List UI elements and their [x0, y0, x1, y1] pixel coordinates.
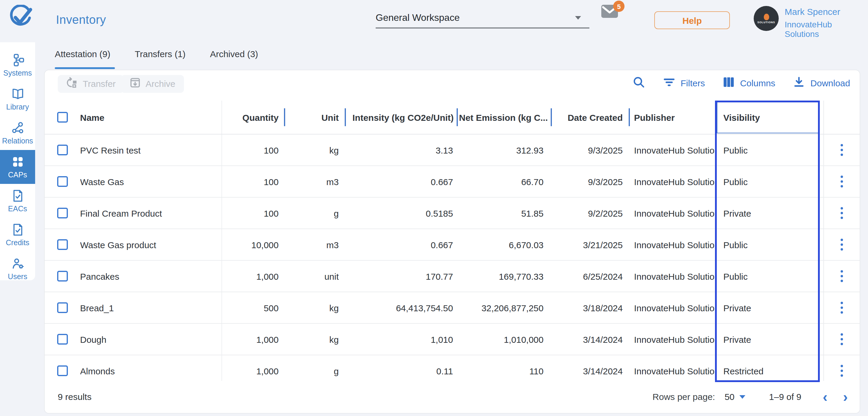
download-button-label: Download: [811, 78, 850, 88]
sidebar-item-credits[interactable]: Credits: [0, 218, 35, 252]
columns-button[interactable]: Columns: [723, 77, 775, 89]
cell-quantity: 1,000: [222, 261, 285, 292]
rows-per-page-select[interactable]: 50: [724, 392, 745, 402]
column-header-date-created[interactable]: Date Created: [552, 101, 630, 134]
cell-unit: m3: [285, 229, 346, 260]
cell-date-created: 9/3/2025: [552, 134, 630, 165]
cell-name: Waste Gas: [80, 166, 222, 197]
column-header-intensity[interactable]: Intensity (kg CO2e/Unit): [346, 101, 458, 134]
row-checkbox[interactable]: [57, 365, 68, 376]
row-checkbox[interactable]: [57, 145, 68, 155]
table-row[interactable]: Final Cream Product 100 g 0.5185 51.85 9…: [44, 198, 860, 229]
cell-intensity: 1,010: [346, 324, 458, 355]
row-checkbox[interactable]: [57, 239, 68, 250]
row-checkbox[interactable]: [57, 176, 68, 187]
column-header-quantity[interactable]: Quantity: [222, 101, 285, 134]
previous-page-button[interactable]: ‹: [819, 391, 831, 403]
tab-attestation[interactable]: Attestation (9): [55, 47, 111, 60]
cell-unit: kg: [285, 292, 346, 323]
sidebar-item-caps[interactable]: CAPs: [0, 150, 35, 184]
sidebar-item-label: Library: [6, 103, 29, 111]
table-row[interactable]: Bread_1 500 kg 64,413,754.50 32,206,877,…: [44, 292, 860, 324]
transfer-button-label: Transfer: [83, 78, 116, 89]
user-org: InnovateHub Solutions: [785, 20, 868, 39]
kebab-menu-icon[interactable]: [838, 299, 846, 316]
row-actions-cell: [823, 324, 860, 355]
row-checkbox[interactable]: [57, 271, 68, 282]
select-all-cell: [44, 101, 80, 134]
kebab-menu-icon[interactable]: [838, 173, 846, 190]
table-row[interactable]: PVC Resin test 100 kg 3.13 312.93 9/3/20…: [44, 134, 860, 166]
cell-intensity: 3.13: [346, 134, 458, 165]
row-checkbox[interactable]: [57, 208, 68, 218]
cell-publisher: InnovateHub Solutions: [630, 324, 715, 355]
transfer-icon: [66, 77, 78, 91]
table-row[interactable]: Waste Gas product 10,000 m3 0.667 6,670.…: [44, 229, 860, 261]
sidebar-item-library[interactable]: Library: [0, 82, 35, 116]
tab-transfers[interactable]: Transfers (1): [135, 47, 186, 60]
column-header-unit[interactable]: Unit: [285, 101, 346, 134]
sidebar-item-eacs[interactable]: EACs: [0, 184, 35, 218]
app-logo-icon: [8, 5, 33, 30]
row-checkbox[interactable]: [57, 334, 68, 345]
column-header-visibility[interactable]: Visibility: [715, 101, 823, 134]
cell-quantity: 1,000: [222, 324, 285, 355]
cell-name: Pancakes: [80, 261, 222, 292]
kebab-menu-icon[interactable]: [838, 331, 846, 348]
kebab-menu-icon[interactable]: [838, 205, 846, 222]
table-toolbar: Transfer Archive: [44, 70, 860, 101]
caps-icon: [10, 155, 25, 169]
download-icon: [793, 76, 805, 90]
cell-date-created: 3/14/2024: [552, 324, 630, 355]
kebab-menu-icon[interactable]: [838, 236, 846, 253]
cell-publisher: InnovateHub Solutions: [630, 166, 715, 197]
cell-net-emission: 51.85: [458, 198, 552, 228]
kebab-menu-icon[interactable]: [838, 268, 846, 285]
avatar[interactable]: SOLUTIONS: [754, 6, 779, 31]
row-checkbox[interactable]: [57, 302, 68, 313]
systems-icon: [10, 53, 25, 67]
filters-button[interactable]: Filters: [663, 77, 705, 89]
row-select-cell: [44, 166, 80, 197]
download-button[interactable]: Download: [793, 76, 850, 90]
cell-quantity: 100: [222, 134, 285, 165]
kebab-menu-icon[interactable]: [838, 362, 846, 379]
column-header-net-emission[interactable]: Net Emission (kg C...: [458, 101, 552, 134]
avatar-brand-text: SOLUTIONS: [757, 21, 775, 24]
column-header-publisher[interactable]: Publisher: [630, 101, 715, 134]
tab-archived[interactable]: Archived (3): [210, 47, 258, 60]
cell-intensity: 0.667: [346, 229, 458, 260]
cell-intensity: 64,413,754.50: [346, 292, 458, 323]
column-header-name[interactable]: Name: [80, 101, 222, 134]
cell-date-created: 6/25/2024: [552, 261, 630, 292]
search-icon[interactable]: [632, 75, 646, 91]
workspace-select[interactable]: General Workspace: [376, 8, 589, 27]
chevron-down-icon: [575, 16, 581, 20]
cell-intensity: 170.77: [346, 261, 458, 292]
document-check-icon: [10, 223, 25, 237]
help-button[interactable]: Help: [654, 11, 730, 29]
row-actions-cell: [823, 166, 860, 197]
cell-net-emission: 1,010,000: [458, 324, 552, 355]
sidebar-item-relations[interactable]: Relations: [0, 116, 35, 150]
sidebar-item-label: CAPs: [8, 171, 27, 179]
document-check-icon: [10, 189, 25, 203]
sidebar-item-systems[interactable]: Systems: [0, 48, 35, 82]
cell-intensity: 0.667: [346, 166, 458, 197]
transfer-button[interactable]: Transfer: [58, 75, 124, 93]
select-all-checkbox[interactable]: [57, 112, 68, 123]
cell-publisher: InnovateHub Solutions: [630, 292, 715, 323]
cell-unit: unit: [285, 261, 346, 292]
notification-badge[interactable]: 5: [613, 1, 624, 12]
app-window: Inventory General Workspace 5 Help SOLUT…: [0, 0, 868, 416]
table-row[interactable]: Pancakes 1,000 unit 170.77 169,770.33 6/…: [44, 261, 860, 292]
cell-net-emission: 169,770.33: [458, 261, 552, 292]
sidebar-item-users[interactable]: Users: [0, 252, 35, 286]
table-row[interactable]: Dough 1,000 kg 1,010 1,010,000 3/14/2024…: [44, 324, 860, 355]
table-row[interactable]: Waste Gas 100 m3 0.667 66.70 9/3/2025 In…: [44, 166, 860, 198]
next-page-button[interactable]: ›: [839, 391, 851, 403]
archive-button[interactable]: Archive: [121, 75, 184, 93]
kebab-menu-icon[interactable]: [838, 142, 846, 159]
row-select-cell: [44, 229, 80, 260]
cell-visibility: Public: [715, 166, 823, 197]
